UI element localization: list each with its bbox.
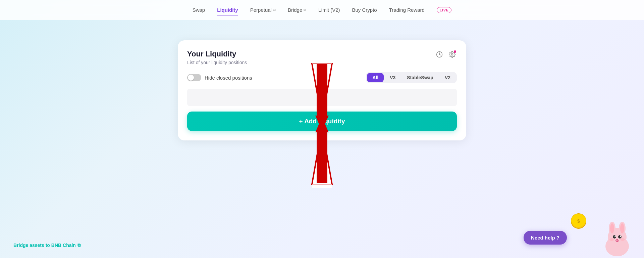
hide-closed-label: Hide closed positions — [205, 75, 252, 81]
navbar: Swap Liquidity Perpetual ⧉ Bridge ⧉ Limi… — [0, 0, 644, 20]
help-button[interactable]: Need help ? — [524, 231, 567, 245]
nav-tab-trading-reward[interactable]: Trading Reward — [389, 6, 425, 14]
svg-point-19 — [613, 235, 616, 239]
svg-point-21 — [614, 235, 616, 237]
card-header: Your Liquidity List of your liquidity po… — [187, 50, 457, 65]
nav-tab-perpetual[interactable]: Perpetual ⧉ — [250, 6, 276, 14]
svg-point-18 — [620, 223, 624, 233]
svg-rect-8 — [317, 132, 327, 183]
nav-tab-buy-crypto[interactable]: Buy Crypto — [352, 6, 377, 14]
positions-area — [187, 89, 457, 106]
external-link-icon: ⧉ — [77, 243, 80, 248]
nav-tab-swap[interactable]: Swap — [193, 6, 205, 14]
svg-point-20 — [618, 235, 622, 239]
nav-tab-liquidity[interactable]: Liquidity — [217, 6, 238, 14]
hide-closed-toggle[interactable] — [187, 74, 201, 81]
main-content: Your Liquidity List of your liquidity po… — [0, 20, 644, 140]
toggle-wrapper: Hide closed positions — [187, 74, 252, 81]
add-liquidity-button[interactable]: + Add Liquidity — [187, 112, 457, 131]
header-icons — [435, 50, 457, 59]
nav-tab-bridge[interactable]: Bridge ⧉ — [288, 6, 306, 14]
bridge-link[interactable]: Bridge assets to BNB Chain ⧉ — [13, 243, 80, 248]
external-link-icon: ⧉ — [304, 8, 306, 12]
svg-point-25 — [616, 239, 618, 241]
filter-row: Hide closed positions All V3 StableSwap … — [187, 72, 457, 83]
svg-marker-9 — [312, 184, 332, 188]
mascot-area: $ — [597, 218, 637, 258]
nav-tabs: Swap Liquidity Perpetual ⧉ Bridge ⧉ Limi… — [193, 6, 452, 14]
version-tab-stableswap[interactable]: StableSwap — [401, 73, 439, 82]
card-title: Your Liquidity — [187, 50, 247, 58]
external-link-icon: ⧉ — [273, 8, 276, 12]
svg-point-17 — [610, 223, 614, 233]
live-badge: LIVE — [437, 7, 451, 13]
svg-point-24 — [620, 238, 625, 241]
card-title-section: Your Liquidity List of your liquidity po… — [187, 50, 247, 65]
gold-coin: $ — [570, 213, 587, 229]
version-tab-v3[interactable]: V3 — [384, 73, 401, 82]
svg-marker-6 — [312, 127, 332, 184]
card-subtitle: List of your liquidity positions — [187, 60, 247, 65]
svg-point-22 — [620, 235, 621, 237]
version-tab-v2[interactable]: V2 — [439, 73, 456, 82]
settings-dot — [454, 50, 456, 53]
history-button[interactable] — [435, 50, 444, 59]
version-tabs: All V3 StableSwap V2 — [366, 72, 457, 83]
svg-point-1 — [451, 54, 453, 55]
svg-point-23 — [609, 238, 614, 241]
version-tab-all[interactable]: All — [367, 73, 384, 82]
svg-text:$: $ — [577, 218, 580, 224]
settings-button[interactable] — [447, 50, 457, 59]
bunny-mascot — [597, 218, 637, 258]
nav-tab-limit[interactable]: Limit (V2) — [318, 6, 340, 14]
liquidity-card: Your Liquidity List of your liquidity po… — [178, 40, 466, 140]
